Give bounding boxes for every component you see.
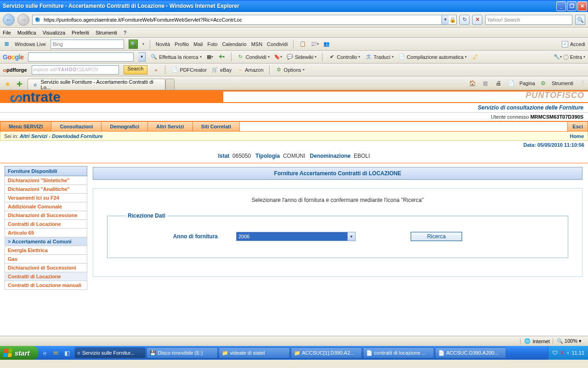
sidebar-item-dichiarazioni-successioni[interactable]: Dichiarazioni di Successioni — [5, 264, 87, 272]
task-disco[interactable]: 💾Disco rimovibile (E:) — [147, 347, 218, 358]
wl-novita[interactable]: Novità — [156, 41, 170, 47]
address-input[interactable] — [43, 16, 441, 24]
google-wrench-icon[interactable]: 🔧 — [554, 53, 561, 61]
pdfforge-expand-icon[interactable]: » — [152, 66, 159, 74]
add-favorite-icon[interactable]: ✚ — [14, 79, 25, 90]
wl-mail[interactable]: Mail — [193, 41, 203, 47]
sidebar-item-contratti-locazione-2[interactable]: Contratti di Locazione — [5, 272, 87, 281]
ql-outlook-icon[interactable]: ✉ — [51, 348, 61, 358]
page-icon[interactable]: 📄 — [507, 79, 516, 88]
google-compilazione[interactable]: 📄Compilazione automatica — [398, 53, 467, 61]
sidebar-item-dichiarazioni-sintetiche[interactable]: Dichiarazioni "Sintetiche" — [5, 176, 87, 185]
tray-expand-icon[interactable]: ‹ — [567, 350, 569, 356]
task-videate[interactable]: 📁videate di siatel — [219, 347, 290, 358]
google-entra[interactable]: ◯ Entra — [563, 54, 585, 60]
google-icon-plus[interactable]: ✚ — [218, 53, 226, 61]
window-maximize-button[interactable]: ❐ — [567, 1, 577, 11]
refresh-button[interactable]: ↻ — [459, 15, 469, 25]
menu-visualizza[interactable]: Visualizza — [43, 30, 65, 35]
menu-demografici[interactable]: Demografici — [102, 122, 148, 131]
menu-siti-correlati[interactable]: Siti Correlati — [193, 122, 240, 131]
menu-strumenti[interactable]: Strumenti — [96, 30, 117, 35]
zoom-control[interactable]: 🔍 100% ▾ — [553, 338, 585, 344]
strumenti-dropdown[interactable]: Strumenti — [552, 80, 573, 86]
google-sidewiki[interactable]: 💬Sidewiki — [286, 53, 317, 61]
wl-profilo[interactable]: Profilo — [175, 41, 189, 47]
pdfforge-options[interactable]: ⚙Options — [275, 66, 305, 74]
menu-modifica[interactable]: Modifica — [17, 30, 36, 35]
wl-foto[interactable]: Foto — [207, 41, 217, 47]
menu-file[interactable]: File — [3, 30, 11, 35]
menu-esci[interactable]: Esci — [567, 122, 588, 131]
tray-av-icon[interactable]: K — [560, 350, 564, 356]
pdfforge-ebay[interactable]: 🛒eBay — [211, 66, 232, 74]
sidebar-item-articolo-69[interactable]: Articolo 69 — [5, 229, 87, 237]
bing-search-box[interactable]: Bing — [51, 40, 124, 49]
sidebar-item-contratti-locazione[interactable]: Contratti di Locazione — [5, 220, 87, 229]
start-button[interactable]: start — [0, 346, 38, 360]
home-link[interactable]: Home — [570, 133, 584, 139]
pagina-dropdown[interactable]: Pagina — [520, 80, 535, 86]
sidebar-item-dichiarazioni-successione[interactable]: Dichiarazioni di Successione — [5, 211, 87, 220]
task-contratti[interactable]: 📄contratti di locazione ... — [363, 347, 434, 358]
sidebar-item-versamenti-ici[interactable]: Versamenti Ici su F24 — [5, 194, 87, 202]
google-controllo[interactable]: ✔Controllo — [328, 53, 360, 61]
help-icon[interactable]: ❔ — [577, 79, 586, 88]
ricerca-button[interactable]: Ricerca — [411, 232, 462, 241]
internet-zone[interactable]: 🌐Internet — [520, 338, 549, 344]
forward-button[interactable]: → — [17, 14, 29, 26]
sidebar-item-contratti-locazione-manuali[interactable]: Contratti di Locazione manuali — [5, 281, 87, 290]
home-icon[interactable]: 🏠 — [468, 79, 477, 88]
task-accsuc1[interactable]: 📁ACCSUC[1].D390.A2... — [291, 347, 362, 358]
address-bar[interactable]: ▼ 🔒 — [32, 15, 457, 25]
pdfforge-amazon[interactable]: ⌣Amazon — [236, 66, 263, 74]
google-icon-grid[interactable]: ▦ — [206, 53, 214, 61]
yahoo-search-button[interactable]: 🔍 — [575, 15, 585, 25]
google-highlight-icon[interactable]: 🖍 — [471, 53, 479, 61]
sidebar-item-energia-elettrica[interactable]: Energia Elettrica — [5, 246, 87, 255]
wl-condividi[interactable]: Condividi — [267, 41, 288, 47]
google-condividi[interactable]: ↻Condividi — [237, 53, 270, 61]
ql-desktop-icon[interactable]: ◧ — [62, 348, 72, 358]
ql-ie-icon[interactable]: e — [40, 348, 50, 358]
window-minimize-button[interactable]: _ — [556, 1, 566, 11]
window-close-button[interactable]: ✕ — [577, 1, 587, 11]
rss-icon[interactable]: ▦ — [481, 79, 490, 88]
sidebar-item-gas[interactable]: Gas — [5, 255, 87, 264]
google-effettua-ricerca[interactable]: 🔍Effettua la ricerca — [150, 53, 201, 61]
back-button[interactable]: ← — [3, 14, 15, 26]
wl-icon2[interactable]: 📰 — [311, 40, 318, 48]
stop-button[interactable]: ✕ — [472, 15, 482, 25]
sidebar-item-addizionale-comunale[interactable]: Addizionale Comunale — [5, 202, 87, 211]
tools-icon[interactable]: ⚙ — [539, 79, 548, 88]
menu-altri-servizi[interactable]: Altri Servizi — [148, 122, 193, 131]
chevron-down-icon[interactable]: ▼ — [347, 232, 355, 241]
wl-msn[interactable]: MSN — [251, 41, 262, 47]
sidebar-item-accertamento-comuni[interactable]: > Accertamento ai Comuni — [5, 237, 87, 246]
task-ie[interactable]: eServizio sulle Fornitur... — [74, 347, 146, 358]
menu-help[interactable]: ? — [124, 30, 126, 35]
menu-consultazioni[interactable]: Consultazioni — [51, 122, 102, 131]
tab-active[interactable]: e Servizio sulle Forniture - Accertament… — [28, 79, 165, 90]
anno-select[interactable]: 2006 ▼ — [236, 232, 356, 241]
wl-calendario[interactable]: Calendario — [222, 41, 246, 47]
google-search-dropdown[interactable]: ▼ — [138, 52, 146, 62]
system-tray[interactable]: 🛡 K ‹ 11.11 — [548, 346, 588, 360]
task-accsuc2[interactable]: 📄ACCSUC.D390.A200... — [435, 347, 506, 358]
print-icon[interactable]: 🖨 — [494, 79, 503, 88]
menu-servizi[interactable]: Menù SERVIZI — [0, 122, 51, 131]
google-traduci[interactable]: 文Traduci — [365, 53, 393, 61]
menu-preferiti[interactable]: Preferiti — [72, 30, 89, 35]
bing-search-button[interactable]: 🔍 — [129, 40, 138, 49]
wl-icon1[interactable]: 📋 — [299, 40, 306, 48]
google-bookmark-icon[interactable]: 🔖 — [274, 53, 282, 61]
yahoo-search-box[interactable]: Yahoo! Search — [485, 15, 572, 25]
sidebar-item-dichiarazioni-analitiche[interactable]: Dichiarazioni "Analitiche" — [5, 185, 87, 194]
windows-live-label[interactable]: Windows Live — [15, 41, 46, 47]
wl-accedi[interactable]: ✓Accedi — [562, 41, 585, 47]
pdfforge-pdfcreator[interactable]: 📄PDFCreator — [171, 66, 207, 74]
wl-icon3[interactable]: 👥 — [323, 40, 330, 48]
tray-shield-icon[interactable]: 🛡 — [552, 350, 558, 356]
google-search-box[interactable] — [28, 52, 134, 62]
tab-new[interactable] — [165, 79, 175, 90]
